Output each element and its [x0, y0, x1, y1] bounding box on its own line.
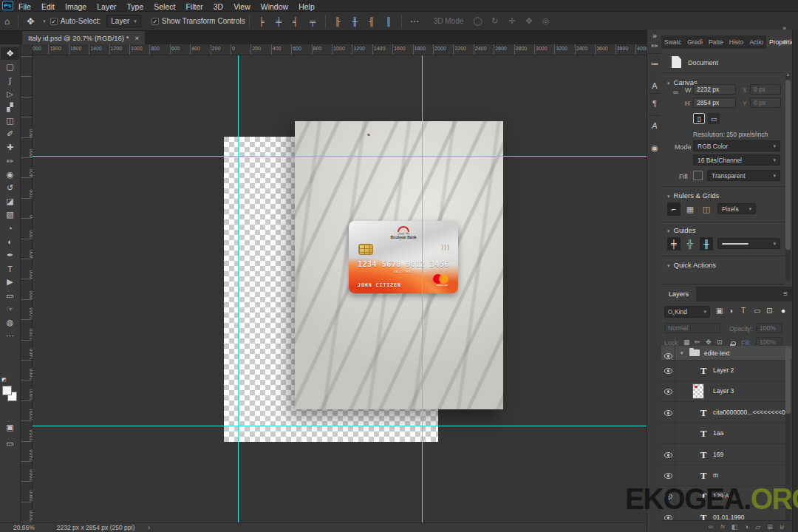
layer-row-7[interactable]: Tm [661, 466, 792, 486]
filter-type-layers-icon[interactable]: T [741, 307, 746, 315]
visibility-toggle[interactable] [661, 381, 675, 402]
delete-layer-icon[interactable]: ⊎ [776, 523, 788, 531]
tab-layers[interactable]: Layers [661, 287, 696, 301]
type-layer-icon[interactable]: T [697, 449, 710, 462]
lasso-tool[interactable]: ʃ [1, 74, 19, 86]
align-left-icon[interactable]: ╞ [253, 17, 270, 26]
marble-background-image[interactable]: بنك بوبيان Boubyan Bank ))) 1234 5678 90… [295, 121, 503, 409]
visibility-toggle[interactable] [661, 423, 675, 444]
paragraph-panel-icon[interactable]: ¶ [647, 99, 662, 108]
healing-brush-tool[interactable]: ✚ [1, 141, 19, 154]
bit-depth-dropdown[interactable]: 16 Bits/Channel▾ [693, 154, 780, 166]
horizontal-guide[interactable] [33, 426, 647, 426]
object-selection-tool[interactable]: ▷ [1, 88, 19, 100]
visibility-toggle[interactable] [661, 486, 675, 507]
distribute-vertical-icon[interactable]: ╫ [347, 17, 364, 26]
layer-filter-dropdown[interactable]: Kind ▾ [664, 306, 710, 318]
home-icon[interactable]: ⌂ [0, 16, 14, 27]
foreground-color-swatch[interactable] [2, 386, 12, 395]
menu-file[interactable]: File [13, 2, 36, 11]
layer-row-6[interactable]: T169 [661, 445, 792, 466]
lock-artboard-icon[interactable]: ⊡ [717, 338, 723, 346]
layers-scrollbar[interactable] [785, 347, 791, 531]
menu-type[interactable]: Type [121, 2, 149, 11]
layer-row-2[interactable]: TLayer 2 [661, 361, 792, 381]
type-layer-icon[interactable]: T [697, 490, 710, 503]
tab-patte[interactable]: Patte [706, 35, 726, 49]
properties-menu-icon[interactable]: ≡ [783, 38, 788, 46]
color-mode-dropdown[interactable]: RGB Color▾ [693, 140, 780, 151]
layer-row-5[interactable]: T1aa [661, 423, 792, 444]
screen-mode-icon[interactable]: ▭ [1, 437, 19, 450]
link-layers-icon[interactable]: ∞ [705, 523, 717, 531]
type-layer-icon[interactable]: T [697, 364, 710, 378]
more-options-icon[interactable]: ⋯ [406, 16, 423, 27]
tab-actio[interactable]: Actio [746, 35, 766, 49]
vertical-guide[interactable] [238, 55, 239, 522]
move-tool[interactable]: ✥ [1, 47, 19, 60]
toggle-grid-icon[interactable]: ▦ [683, 202, 697, 216]
blur-tool[interactable]: ◔ [1, 222, 19, 235]
type-layer-icon[interactable]: T [697, 427, 710, 440]
tool-presets-icon[interactable]: ≔ [647, 59, 662, 69]
menu-image[interactable]: Image [60, 2, 92, 11]
portrait-orientation-button[interactable]: ▯ [693, 113, 705, 124]
layers-menu-icon[interactable]: ≡ [783, 290, 788, 298]
distribute-horizontal-icon[interactable]: ║ [381, 17, 398, 26]
gradient-tool[interactable]: ▧ [1, 208, 19, 221]
layer-row-8[interactable]: T129 A [661, 486, 792, 507]
vertical-ruler[interactable]: 8006004002000200400600800100012001400160… [21, 55, 33, 522]
menu-window[interactable]: Window [256, 2, 293, 11]
align-top-icon[interactable]: ╤ [304, 17, 321, 26]
adjustment-layer-icon[interactable]: ◑ [740, 523, 752, 531]
distribute-bottom-icon[interactable]: ╢ [364, 17, 381, 26]
visibility-toggle[interactable] [661, 403, 675, 423]
layer-row-4[interactable]: Tcita0000000...<<<<<<<<0 d [661, 403, 792, 423]
new-layer-icon[interactable]: ⊞ [764, 523, 776, 531]
document-tab[interactable]: Italy id.psd @ 20.7% (RGB/16) * × [22, 31, 145, 44]
horizontal-guide[interactable] [33, 156, 647, 157]
quick-mask-icon[interactable]: ▣ [1, 421, 19, 434]
visibility-toggle[interactable] [661, 466, 675, 486]
menu-edit[interactable]: Edit [36, 2, 60, 11]
menu-view[interactable]: View [228, 2, 256, 11]
toggle-guides-icon[interactable]: ╪ [667, 237, 681, 250]
toggle-snap-icon[interactable]: ◫ [700, 202, 713, 216]
chevron-down-icon[interactable]: ▾ [681, 350, 683, 356]
clear-guides-icon[interactable]: ╫ [700, 237, 713, 250]
character-panel-icon[interactable]: A [647, 81, 662, 90]
align-right-icon[interactable]: ╡ [287, 17, 304, 26]
properties-scrollbar[interactable]: ▲ [785, 74, 791, 281]
show-transform-checkbox[interactable]: ✓ [151, 18, 159, 25]
height-field[interactable]: 2854 px [693, 98, 736, 108]
visibility-toggle[interactable] [661, 445, 675, 466]
layer-row-3[interactable]: Layer 3 [661, 381, 792, 402]
filter-smart-objects-icon[interactable]: ⊡ [766, 307, 772, 315]
eraser-tool[interactable]: ◪ [1, 195, 19, 208]
lock-position-icon[interactable]: ✥ [706, 338, 712, 346]
filter-toggle-icon[interactable]: ● [781, 307, 785, 315]
horizontal-ruler[interactable]: 2000180016001400120010008006004002000200… [21, 44, 647, 55]
clone-stamp-tool[interactable]: ◉ [1, 168, 19, 181]
guides-section-header[interactable]: ▾Guides [667, 226, 696, 234]
zoom-level[interactable]: 20.66% [13, 524, 35, 531]
type-layer-icon[interactable]: T [697, 406, 710, 420]
lock-image-pixels-icon[interactable]: ✏ [695, 338, 700, 346]
marquee-tool[interactable]: ▢ [1, 61, 19, 73]
status-expand-icon[interactable]: › [148, 524, 150, 531]
filter-shape-layers-icon[interactable]: ▭ [754, 307, 760, 315]
landscape-orientation-button[interactable]: ▭ [708, 113, 720, 124]
distribute-top-icon[interactable]: ╟ [330, 17, 347, 26]
toggle-rulers-icon[interactable]: ⌐ [667, 202, 681, 216]
menu-select[interactable]: Select [149, 2, 180, 11]
lock-transparent-pixels-icon[interactable]: ▦ [683, 338, 690, 346]
hand-tool[interactable]: ☞ [1, 303, 19, 316]
layer-mask-icon[interactable]: ◧ [729, 523, 740, 531]
link-dimensions-icon[interactable]: ∞ [673, 88, 678, 96]
collapse-panels-icon[interactable]: » [647, 31, 662, 40]
canvas-pasteboard[interactable]: بنك بوبيان Boubyan Bank ))) 1234 5678 90… [33, 55, 647, 522]
libraries-panel-icon[interactable]: ◉ [647, 143, 662, 153]
ruler-origin-corner[interactable] [21, 44, 33, 55]
units-dropdown[interactable]: Pixels▾ [717, 203, 756, 214]
default-colors-icon[interactable]: ◩ [1, 377, 7, 383]
